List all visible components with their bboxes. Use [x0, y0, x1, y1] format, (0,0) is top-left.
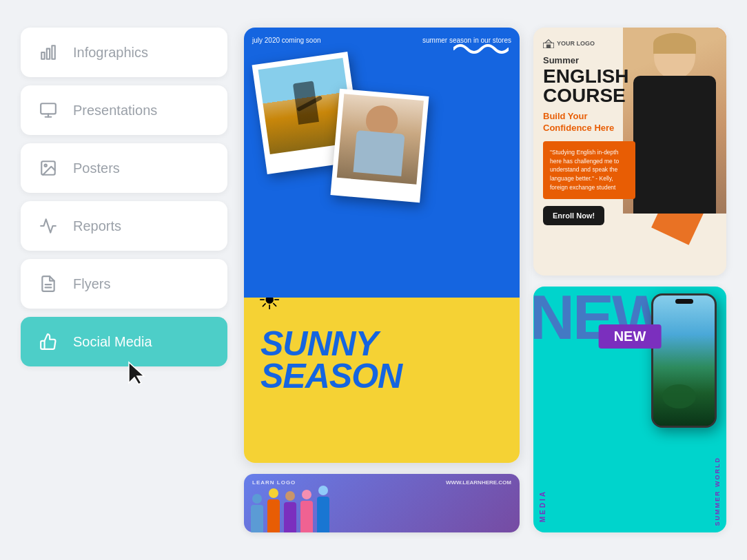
sidebar-item-label-social-media: Social Media	[73, 334, 152, 350]
cursor-icon	[127, 361, 147, 386]
sidebar-item-presentations[interactable]: Presentations	[21, 85, 227, 135]
sun-icon: ☀	[258, 298, 281, 315]
sidebar: Infographics Presentations Posters	[21, 28, 227, 532]
phone-mockup	[651, 293, 717, 428]
story-top-section: july 2020 coming soon summer season in o…	[244, 28, 520, 298]
media-card-inner: NEW MEDIA SUMMER WORLD NEW	[533, 287, 726, 532]
learn-card[interactable]: LEARN LOGO WWW.LEARNHERE.COM	[244, 474, 520, 532]
english-subtitle: Summer	[543, 55, 635, 65]
sidebar-item-social-media[interactable]: Social Media	[21, 317, 227, 366]
season-text: SEASON	[260, 360, 503, 393]
sidebar-item-label-infographics: Infographics	[73, 45, 148, 61]
media-vertical-text: MEDIA	[539, 490, 546, 522]
sidebar-item-flyers[interactable]: Flyers	[21, 259, 227, 309]
logo-icon	[543, 39, 554, 48]
english-course-card[interactable]: YOUR LOGO Summer ENGLISH COURSE Build Yo…	[533, 28, 726, 276]
thumbsup-icon	[36, 329, 61, 354]
svg-point-7	[45, 165, 47, 167]
svg-rect-3	[41, 103, 56, 114]
sidebar-item-infographics[interactable]: Infographics	[21, 28, 227, 77]
wave-decoration	[453, 39, 509, 62]
english-title-line2: COURSE	[543, 86, 635, 105]
story-header-left: july 2020 coming soon	[252, 36, 321, 45]
learn-logo-text: LEARN LOGO	[252, 479, 296, 486]
sidebar-item-reports[interactable]: Reports	[21, 201, 227, 251]
new-badge: NEW	[599, 324, 662, 349]
sidebar-item-label-flyers: Flyers	[73, 276, 110, 292]
learn-card-wrapper: LEARN LOGO WWW.LEARNHERE.COM	[244, 474, 520, 532]
story-bottom-section: ☀ SUNNY SEASON	[244, 298, 520, 463]
bar-chart-icon	[36, 40, 61, 65]
document-icon	[36, 271, 61, 296]
svg-marker-10	[129, 362, 144, 384]
main-container: Infographics Presentations Posters	[0, 0, 747, 560]
polaroid-2	[330, 89, 429, 203]
column-2: YOUR LOGO Summer ENGLISH COURSE Build Yo…	[533, 28, 726, 532]
figure-1	[251, 494, 263, 532]
media-card[interactable]: NEW MEDIA SUMMER WORLD NEW	[533, 287, 726, 532]
presentation-icon	[36, 98, 61, 123]
english-testimonial: "Studying English in-depth here has chal…	[543, 141, 635, 199]
learn-url-text: WWW.LEARNHERE.COM	[446, 479, 511, 486]
english-title-line1: ENGLISH	[543, 67, 635, 86]
logo-text: YOUR LOGO	[557, 40, 595, 47]
image-icon	[36, 156, 61, 180]
svg-rect-1	[47, 49, 50, 59]
sidebar-item-label-reports: Reports	[73, 218, 121, 234]
figure-3	[284, 491, 296, 532]
story-card[interactable]: july 2020 coming soon summer season in o…	[244, 28, 520, 463]
sunny-season-text: SUNNY SEASON	[260, 328, 503, 393]
svg-rect-2	[52, 45, 54, 59]
your-logo: YOUR LOGO	[543, 39, 635, 48]
svg-rect-0	[41, 52, 44, 59]
sidebar-item-label-presentations: Presentations	[73, 103, 157, 118]
enroll-button[interactable]: Enroll Now!	[543, 206, 604, 225]
summer-vertical-text: SUMMER WORLD	[714, 457, 721, 526]
english-title: ENGLISH COURSE	[543, 67, 635, 105]
content-area: july 2020 coming soon summer season in o…	[244, 28, 726, 532]
figure-2	[267, 488, 280, 532]
english-card-content: YOUR LOGO Summer ENGLISH COURSE Build Yo…	[533, 28, 645, 236]
people-figures	[251, 486, 329, 532]
sidebar-item-label-posters: Posters	[73, 160, 120, 176]
island-shape	[662, 384, 696, 408]
figure-4	[300, 490, 313, 532]
phone-notch	[675, 299, 693, 304]
english-tagline: Build YourConfidence Here	[543, 111, 635, 134]
sunny-text: SUNNY	[260, 328, 503, 361]
chart-line-icon	[36, 214, 61, 238]
svg-rect-12	[546, 45, 551, 48]
figure-5	[317, 486, 329, 532]
column-1: july 2020 coming soon summer season in o…	[244, 28, 520, 532]
sidebar-item-posters[interactable]: Posters	[21, 143, 227, 193]
